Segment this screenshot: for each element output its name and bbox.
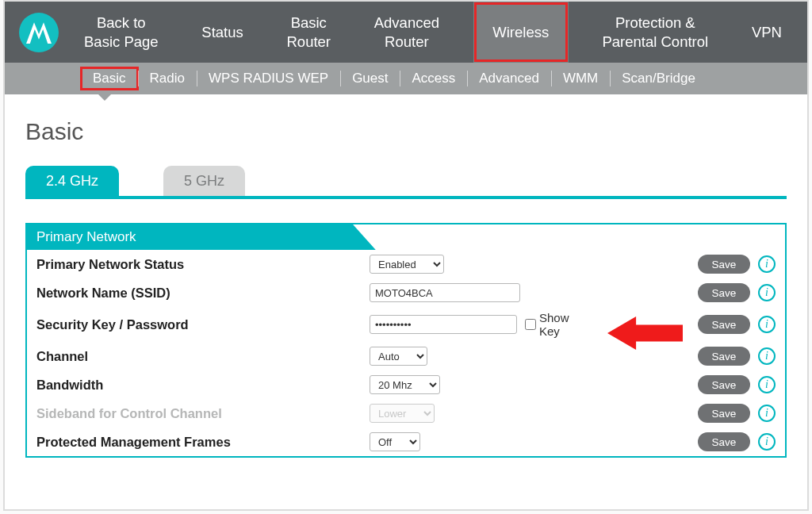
band-tabs: 2.4 GHz 5 GHz [25,166,787,199]
section-header: Primary Network [27,224,785,250]
motorola-logo-icon [23,17,55,48]
subnav-caret-icon [98,94,111,101]
info-icon[interactable]: i [758,255,776,273]
label-ssid: Network Name (SSID) [36,286,370,301]
row-ssid: Network Name (SSID) Save i [27,278,785,307]
sub-nav: Basic Radio WPS RADIUS WEP Guest Access … [5,63,807,94]
nav-protection-parental[interactable]: Protection & Parental Control [592,2,718,63]
nav-status[interactable]: Status [192,2,252,63]
input-ssid[interactable] [370,283,520,302]
info-icon[interactable]: i [758,376,776,393]
row-sideband: Sideband for Control Channel Lower Save … [27,399,785,428]
save-sideband-button[interactable]: Save [698,404,750,423]
content-area: Basic 2.4 GHz 5 GHz Primary Network Prim… [5,94,807,458]
row-security-key: Security Key / Password Show Key Save i [27,307,785,342]
show-key-checkbox[interactable] [525,319,536,330]
page-title: Basic [25,118,787,145]
info-icon[interactable]: i [758,284,776,301]
row-channel: Channel Auto Save i [27,342,785,370]
nav-wireless[interactable]: Wireless [473,2,569,63]
nav-vpn[interactable]: VPN [742,2,791,63]
save-ssid-button[interactable]: Save [698,283,750,302]
subnav-access[interactable]: Access [400,67,467,90]
select-channel[interactable]: Auto [370,347,427,366]
row-bandwidth: Bandwidth 20 Mhz Save i [27,370,785,399]
subnav-basic[interactable]: Basic [81,67,138,90]
info-icon[interactable]: i [758,433,776,451]
subnav-scan-bridge[interactable]: Scan/Bridge [610,67,707,90]
label-bandwidth: Bandwidth [36,378,370,393]
nav-basic-router[interactable]: Basic Router [277,2,340,63]
primary-network-section: Primary Network Primary Network Status E… [25,223,787,458]
label-security-key: Security Key / Password [36,317,370,332]
top-nav: Back to Basic Page Status Basic Router A… [5,2,807,63]
label-pmf: Protected Management Frames [36,435,370,450]
nav-advanced-router[interactable]: Advanced Router [365,2,449,63]
tab-2-4ghz[interactable]: 2.4 GHz [25,166,119,196]
input-security-key[interactable] [370,315,517,334]
show-key-control[interactable]: Show Key [525,311,592,338]
label-channel: Channel [36,349,370,364]
subnav-radio[interactable]: Radio [138,67,197,90]
row-status: Primary Network Status Enabled Save i [27,250,785,278]
save-bandwidth-button[interactable]: Save [698,375,750,394]
tab-5ghz[interactable]: 5 GHz [163,166,245,196]
save-channel-button[interactable]: Save [698,347,750,366]
select-status[interactable]: Enabled [370,255,444,274]
row-pmf: Protected Management Frames Off Save i [27,428,785,456]
subnav-wmm[interactable]: WMM [551,67,610,90]
show-key-label: Show Key [539,311,592,338]
nav-back-basic[interactable]: Back to Basic Page [75,2,168,63]
label-status: Primary Network Status [36,257,370,272]
info-icon[interactable]: i [758,405,776,422]
subnav-wps[interactable]: WPS RADIUS WEP [197,67,340,90]
motorola-logo [19,13,59,52]
select-pmf[interactable]: Off [370,432,420,451]
info-icon[interactable]: i [758,316,776,333]
info-icon[interactable]: i [758,347,776,365]
label-sideband: Sideband for Control Channel [36,406,370,421]
save-pmf-button[interactable]: Save [698,432,750,451]
save-status-button[interactable]: Save [698,255,750,274]
select-bandwidth[interactable]: 20 Mhz [370,375,440,394]
save-key-button[interactable]: Save [698,315,750,334]
subnav-advanced[interactable]: Advanced [467,67,551,90]
subnav-guest[interactable]: Guest [340,67,400,90]
select-sideband: Lower [370,404,435,423]
